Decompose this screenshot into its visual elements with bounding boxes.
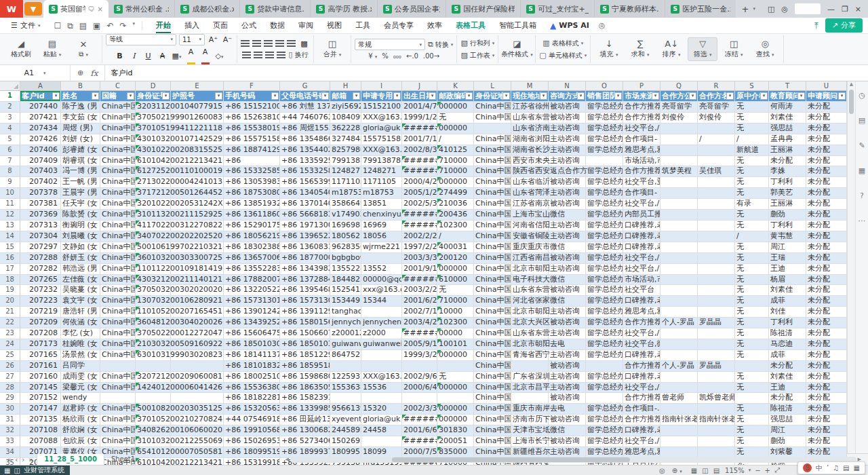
- grid-cell[interactable]: China中国: [474, 425, 511, 436]
- grid-cell[interactable]: 未分配: [806, 383, 847, 394]
- row-number[interactable]: 4: [0, 124, 20, 134]
- grid-cell[interactable]: 未分配: [806, 242, 847, 253]
- grid-cell[interactable]: 未分配: [806, 166, 847, 177]
- grid-cell[interactable]: 口碑推荐,老: [623, 350, 660, 361]
- grid-cell[interactable]: 被动咨询: [549, 177, 586, 188]
- grid-cell[interactable]: 郭美艺: [769, 188, 806, 199]
- grid-cell[interactable]: +86 1863505000: [280, 383, 330, 394]
- grid-cell[interactable]: 未分配: [806, 199, 847, 210]
- grid-cell[interactable]: [660, 285, 698, 296]
- grid-cell[interactable]: 个人-罗晶: [660, 318, 698, 328]
- grid-cell[interactable]: +44 07546918: [224, 415, 280, 425]
- grid-cell[interactable]: 无: [735, 425, 769, 436]
- row-number[interactable]: 14: [0, 231, 20, 242]
- document-tab[interactable]: S宁夏教师样本.xlsx: [595, 0, 665, 18]
- grid-cell[interactable]: +86 田延岭13954: [280, 415, 330, 425]
- filter-dropdown-icon[interactable]: ▾: [797, 92, 805, 100]
- grid-cell[interactable]: 主动咨询: [549, 372, 586, 383]
- grid-cell[interactable]: 丁利利: [769, 177, 806, 188]
- grid-cell[interactable]: 无: [437, 113, 474, 124]
- more-icon[interactable]: ▾: [133, 21, 136, 31]
- grid-cell[interactable]: [660, 425, 698, 436]
- grid-cell[interactable]: 留学总经办: [586, 275, 623, 286]
- grid-cell[interactable]: +86: [224, 156, 280, 167]
- grid-cell[interactable]: 13552: [361, 264, 402, 275]
- grid-cell[interactable]: chenxinyur: [361, 210, 402, 221]
- grid-cell[interactable]: 青海省西宁: [511, 350, 549, 361]
- grid-cell[interactable]: 陕西省西安返点合作方: [511, 166, 549, 177]
- grid-cell[interactable]: [330, 393, 361, 404]
- grid-cell[interactable]: 留学总经办: [586, 177, 623, 188]
- grid-cell[interactable]: 207297: [20, 242, 61, 253]
- grid-cell[interactable]: 无: [437, 372, 474, 383]
- grid-cell[interactable]: 留学总经办: [586, 350, 623, 361]
- grid-cell[interactable]: 207440: [20, 102, 61, 113]
- grid-cell[interactable]: +86 1354402198: [280, 145, 330, 156]
- grid-cell[interactable]: 710000: [437, 166, 474, 177]
- grid-cell[interactable]: ########: [402, 275, 437, 286]
- grid-cell[interactable]: +86 1360831276: [280, 242, 330, 253]
- grid-cell[interactable]: 962835011: [330, 242, 361, 253]
- grid-cell[interactable]: ########: [402, 156, 437, 167]
- grid-cell[interactable]: [361, 436, 402, 447]
- grid-cell[interactable]: China中国: [474, 156, 511, 167]
- grid-cell[interactable]: 未分配: [806, 113, 847, 124]
- grid-cell[interactable]: China中国: [100, 231, 136, 242]
- grid-cell[interactable]: [660, 350, 698, 361]
- grid-cell[interactable]: 200120: [437, 253, 474, 264]
- grid-cell[interactable]: 207426: [20, 134, 61, 145]
- grid-cell[interactable]: jennychen: [330, 318, 361, 328]
- grid-cell[interactable]: China中国: [474, 285, 511, 296]
- grid-cell[interactable]: [698, 145, 735, 156]
- grid-cell[interactable]: 1999/3/2: [402, 350, 437, 361]
- grid-cell[interactable]: 广东省深圳: [511, 372, 549, 383]
- grid-cell[interactable]: 蒯劲: [769, 436, 806, 447]
- grid-cell[interactable]: 文静如 (女: [61, 242, 100, 253]
- borders-button[interactable]: ▦▾: [171, 52, 182, 60]
- column-letter-I[interactable]: I: [361, 81, 402, 91]
- grid-cell[interactable]: China中国: [100, 145, 136, 156]
- grid-cell[interactable]: +86 19910568: [224, 425, 280, 436]
- row-number[interactable]: 1: [0, 91, 20, 102]
- grid-cell[interactable]: 327484864: [330, 134, 361, 145]
- grid-cell[interactable]: +86 1582391866: [280, 393, 330, 404]
- grid-cell[interactable]: 刘晨曦 (女: [61, 231, 100, 242]
- grid-cell[interactable]: 有录: [735, 199, 769, 210]
- document-tab[interactable]: S高学历 教授.xlsx: [311, 0, 377, 18]
- grid-cell[interactable]: 15320: [361, 404, 402, 415]
- grid-cell[interactable]: +86 18002510: [224, 372, 280, 383]
- grid-cell[interactable]: tanghaoxu: [330, 307, 361, 318]
- mic-icon[interactable]: ♫: [833, 464, 839, 472]
- grid-cell[interactable]: 内部员工推: [623, 210, 660, 221]
- percent-button[interactable]: %: [382, 52, 389, 60]
- grid-cell[interactable]: 口碑推荐,老: [623, 296, 660, 307]
- grid-cell[interactable]: +86 刘慧 137052: [280, 102, 330, 113]
- grid-cell[interactable]: China中国: [474, 166, 511, 177]
- grid-cell[interactable]: 社交平台,/: [623, 383, 660, 394]
- grid-cell[interactable]: 口碑推荐,老: [623, 221, 660, 231]
- grid-cell[interactable]: 主动咨询: [549, 124, 586, 134]
- grid-cell[interactable]: 362228235: [330, 124, 361, 134]
- grid-cell[interactable]: +86 52734062: [280, 436, 330, 447]
- grid-cell[interactable]: +86 1598680231: [280, 372, 330, 383]
- grid-cell[interactable]: [660, 188, 698, 199]
- grid-cell[interactable]: 无: [735, 221, 769, 231]
- grid-cell[interactable]: +86 1565399710: [280, 177, 330, 188]
- undo-icon[interactable]: ↶: [106, 21, 113, 31]
- grid-cell[interactable]: 207434: [20, 124, 61, 134]
- font-decrease-button[interactable]: A⁻: [222, 35, 233, 44]
- column-header-cell[interactable]: 父母电话号码▾: [280, 91, 330, 102]
- grid-cell[interactable]: 社交平台,/: [623, 436, 660, 447]
- row-number[interactable]: 22: [0, 318, 20, 328]
- grid-cell[interactable]: China中国: [474, 318, 511, 328]
- grid-cell[interactable]: wendy: [61, 393, 100, 404]
- grid-cell[interactable]: 市场活动,市: [623, 275, 660, 286]
- justify-icon[interactable]: [277, 52, 285, 58]
- row-number[interactable]: 20: [0, 296, 20, 307]
- font-increase-button[interactable]: A⁺: [208, 35, 219, 44]
- grid-cell[interactable]: 被动咨询: [549, 393, 586, 404]
- grid-cell[interactable]: 留学总经办: [586, 318, 623, 328]
- grid-cell[interactable]: XXX@163.: [361, 372, 402, 383]
- grid-cell[interactable]: 无: [735, 113, 769, 124]
- grid-cell[interactable]: 1248271: [361, 166, 402, 177]
